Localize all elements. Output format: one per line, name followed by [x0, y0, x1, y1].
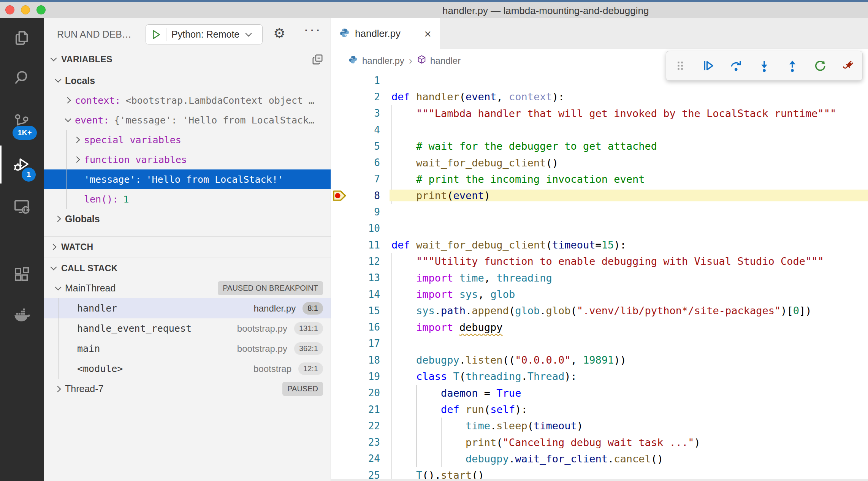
code-line-15[interactable]: 15sys.path.append(glob.glob(".venv/lib/p… — [331, 302, 868, 319]
search-icon[interactable] — [8, 65, 35, 91]
variable-row[interactable]: 'message':'Hello from LocalStack!' — [44, 169, 331, 189]
variable-row[interactable]: event:{'message': 'Hello from LocalStack… — [44, 110, 331, 130]
step-into-button[interactable] — [753, 55, 775, 77]
code-line-9[interactable]: 9 — [331, 204, 868, 220]
code-token — [447, 370, 453, 382]
code-line-6[interactable]: 6wait_for_debug_client() — [331, 154, 868, 171]
line-number: 10 — [331, 223, 380, 234]
continue-button[interactable] — [697, 55, 719, 77]
code-line-14[interactable]: 14import sys, glob — [331, 286, 868, 302]
variables-scope-globals[interactable]: Globals — [44, 209, 331, 229]
watch-section-header[interactable]: WATCH — [44, 237, 331, 257]
variables-scope-locals[interactable]: Locals — [44, 71, 331, 90]
code-token: ( — [509, 305, 515, 316]
code-line-5[interactable]: 5# wait for the debugger to get attached — [331, 138, 868, 154]
code-token: time — [459, 272, 484, 284]
code-line-2[interactable]: 2def handler(event, context): — [331, 89, 868, 105]
breadcrumb-symbol[interactable]: handler — [430, 55, 461, 66]
frame-file: bootstrap.py — [237, 343, 287, 354]
variable-row[interactable]: len():1 — [44, 189, 331, 209]
restart-button[interactable] — [809, 55, 831, 77]
line-number: 21 — [331, 404, 380, 415]
step-out-button[interactable] — [781, 55, 803, 77]
code-line-23[interactable]: 23print("Canceling debug wait task ...") — [331, 434, 868, 451]
variable-row[interactable]: special variables — [44, 130, 331, 150]
code-token: threading — [466, 370, 521, 382]
gear-icon[interactable]: ⚙ — [271, 25, 288, 41]
zoom-window-button[interactable] — [36, 5, 46, 14]
variable-row[interactable]: function variables — [44, 150, 331, 169]
code-line-16[interactable]: 16import debugpy — [331, 319, 868, 335]
stack-frame-handler[interactable]: handlerhandler.py8:1 — [44, 298, 331, 318]
line-number: 5 — [331, 141, 380, 152]
code-line-11[interactable]: 11def wait_for_debug_client(timeout=15): — [331, 237, 868, 253]
remote-explorer-icon[interactable] — [8, 193, 35, 220]
code-area[interactable]: 12def handler(event, context):3"""Lambda… — [331, 72, 868, 481]
variable-row[interactable]: context:<bootstrap.LambdaContext object … — [44, 90, 331, 110]
variable-name: event: — [75, 115, 109, 126]
disconnect-button[interactable] — [837, 55, 859, 77]
thread-status-badge: PAUSED — [282, 382, 323, 396]
code-line-3[interactable]: 3"""Lambda handler that will get invoked… — [331, 105, 868, 122]
stack-frame--module-[interactable]: <module>bootstrap12:1 — [44, 359, 331, 379]
code-content: # wait for the debugger to get attached — [390, 140, 868, 152]
symbol-module-icon — [417, 55, 426, 66]
code-content: print("Canceling debug wait task ...") — [390, 437, 868, 448]
code-token: . — [490, 420, 496, 432]
code-line-10[interactable]: 10 — [331, 220, 868, 237]
code-line-24[interactable]: 24debugpy.wait_for_client.cancel() — [331, 451, 868, 467]
step-into-icon — [758, 59, 771, 72]
code-token: "Canceling debug wait task ..." — [503, 437, 694, 448]
minimize-window-button[interactable] — [21, 5, 30, 14]
start-debugging-icon — [150, 29, 162, 40]
close-tab-icon[interactable]: × — [422, 27, 434, 40]
code-token: True — [496, 387, 521, 399]
drag-handle-icon — [674, 60, 686, 72]
tab-handler-py[interactable]: handler.py × — [331, 18, 440, 49]
breadcrumb-file[interactable]: handler.py — [362, 55, 404, 66]
frame-name: handler — [77, 303, 117, 314]
code-token: (( — [503, 354, 515, 366]
code-token: , — [570, 354, 583, 366]
code-line-19[interactable]: 19class T(threading.Thread): — [331, 368, 868, 384]
launch-config-label: Python: Remote — [171, 29, 239, 40]
code-token: . — [608, 453, 614, 465]
chevron-down-icon — [244, 30, 254, 40]
code-line-12[interactable]: 12"""Utility function to enable debuggin… — [331, 253, 868, 269]
code-line-18[interactable]: 18debugpy.listen(("0.0.0.0", 19891)) — [331, 352, 868, 368]
toolbar-drag-handle[interactable] — [669, 55, 691, 77]
thread-row-thread-7[interactable]: Thread-7PAUSED — [44, 379, 331, 399]
line-number: 9 — [331, 206, 380, 218]
call-stack-section-header[interactable]: CALL STACK — [44, 258, 331, 278]
variable-name: len(): — [84, 194, 118, 205]
code-line-8[interactable]: 8print(event) — [331, 187, 868, 204]
code-token: )) — [614, 354, 626, 366]
explorer-icon[interactable] — [8, 25, 35, 51]
code-content: wait_for_debug_client() — [390, 157, 868, 169]
stack-frame-handle-event-request[interactable]: handle_event_requestbootstrap.py131:1 — [44, 318, 331, 339]
extensions-icon[interactable] — [8, 261, 35, 288]
stack-frame-main[interactable]: mainbootstrap.py362:1 — [44, 339, 331, 359]
code-line-7[interactable]: 7# print the incoming invocation event — [331, 171, 868, 187]
breakpoint-current-line-icon[interactable] — [333, 189, 348, 202]
code-content: daemon = True — [390, 387, 868, 399]
collapse-all-icon[interactable] — [312, 54, 323, 66]
step-over-button[interactable] — [725, 55, 747, 77]
code-line-21[interactable]: 21def run(self): — [331, 401, 868, 418]
code-line-17[interactable]: 17 — [331, 335, 868, 352]
code-token: Thread — [527, 370, 565, 382]
launch-config-dropdown[interactable]: Python: Remote — [146, 24, 263, 44]
code-line-20[interactable]: 20daemon = True — [331, 385, 868, 401]
code-line-13[interactable]: 13import time, threading — [331, 270, 868, 286]
line-number: 6 — [331, 157, 380, 168]
code-token: # print the incoming invocation event — [416, 173, 645, 185]
code-token: timeout — [552, 239, 596, 251]
code-line-4[interactable]: 4 — [331, 122, 868, 138]
thread-row-mainthread[interactable]: MainThreadPAUSED ON BREAKPOINT — [44, 278, 331, 298]
more-actions-icon[interactable]: ··· — [301, 21, 324, 38]
variables-section-header[interactable]: VARIABLES — [44, 49, 331, 69]
close-window-button[interactable] — [5, 5, 14, 14]
docker-icon[interactable] — [8, 302, 35, 329]
code-token — [453, 321, 459, 333]
code-line-22[interactable]: 22time.sleep(timeout) — [331, 418, 868, 434]
